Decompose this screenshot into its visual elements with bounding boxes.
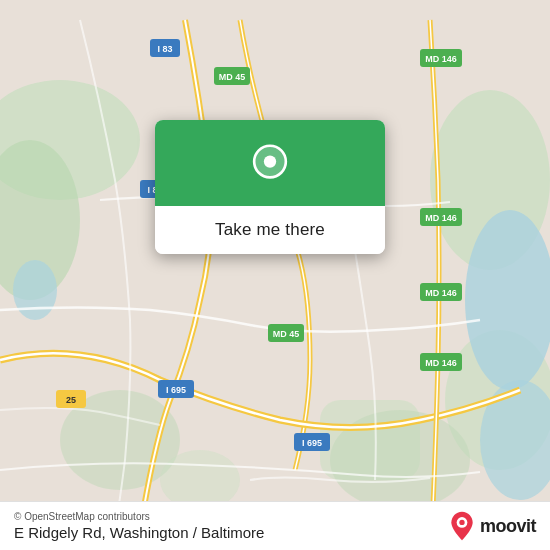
- svg-text:I 83: I 83: [157, 44, 172, 54]
- svg-text:I 695: I 695: [302, 438, 322, 448]
- popup-card: Take me there: [155, 120, 385, 254]
- take-me-there-button[interactable]: Take me there: [155, 206, 385, 254]
- svg-text:MD 146: MD 146: [425, 288, 457, 298]
- svg-text:I 695: I 695: [166, 385, 186, 395]
- osm-credit: © OpenStreetMap contributors: [14, 511, 264, 522]
- moovit-text: moovit: [480, 516, 536, 537]
- moovit-pin-icon: [448, 510, 476, 542]
- map-container: I 83 MD 45 MD 146 I 85 MD 146 MD 45 MD 1…: [0, 0, 550, 550]
- svg-text:MD 146: MD 146: [425, 213, 457, 223]
- svg-point-11: [13, 260, 57, 320]
- map-background: I 83 MD 45 MD 146 I 85 MD 146 MD 45 MD 1…: [0, 0, 550, 550]
- address-label: E Ridgely Rd, Washington / Baltimore: [14, 524, 264, 541]
- svg-text:MD 146: MD 146: [425, 358, 457, 368]
- bottom-left: © OpenStreetMap contributors E Ridgely R…: [14, 511, 264, 541]
- moovit-logo: moovit: [448, 510, 536, 542]
- svg-text:25: 25: [66, 395, 76, 405]
- svg-point-41: [459, 520, 464, 525]
- location-pin-icon: [248, 144, 292, 188]
- svg-text:MD 45: MD 45: [219, 72, 246, 82]
- svg-text:MD 146: MD 146: [425, 54, 457, 64]
- bottom-bar: © OpenStreetMap contributors E Ridgely R…: [0, 501, 550, 550]
- svg-text:MD 45: MD 45: [273, 329, 300, 339]
- popup-green-area: [155, 120, 385, 206]
